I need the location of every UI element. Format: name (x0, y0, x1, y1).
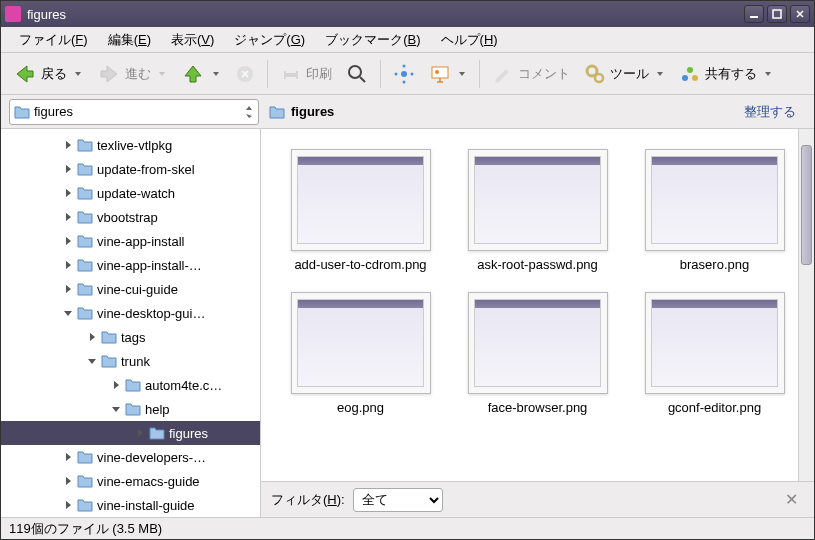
file-item[interactable]: add-user-to-cdrom.png (277, 145, 444, 278)
expander-icon[interactable] (85, 356, 99, 366)
expander-icon[interactable] (61, 164, 75, 174)
spin-up-icon[interactable] (244, 104, 254, 112)
tool-button-1[interactable] (387, 59, 421, 89)
maximize-button[interactable] (767, 5, 787, 23)
sidebar-tree[interactable]: texlive-vtlpkgupdate-from-skelupdate-wat… (1, 129, 261, 517)
tree-item[interactable]: vine-desktop-gui… (1, 301, 260, 325)
tree-item[interactable]: vine-cui-guide (1, 277, 260, 301)
expander-icon[interactable] (61, 452, 75, 462)
svg-point-7 (401, 71, 407, 77)
svg-point-16 (687, 67, 693, 73)
svg-rect-1 (773, 10, 781, 18)
dropdown-icon (157, 69, 167, 79)
tool-menu-button[interactable]: ツール (578, 59, 671, 89)
main-area: texlive-vtlpkgupdate-from-skelupdate-wat… (1, 129, 814, 517)
window-title: figures (27, 7, 741, 22)
back-button[interactable]: 戻る (7, 58, 89, 90)
minimize-button[interactable] (744, 5, 764, 23)
thumbnail (645, 292, 785, 394)
menu-edit[interactable]: 編集(E) (98, 28, 161, 52)
expander-icon[interactable] (61, 140, 75, 150)
tree-item[interactable]: vbootstrap (1, 205, 260, 229)
tree-item[interactable]: vine-developers-… (1, 445, 260, 469)
vertical-scrollbar[interactable] (798, 129, 814, 481)
close-button[interactable] (790, 5, 810, 23)
search-button[interactable] (340, 59, 374, 89)
expander-icon[interactable] (61, 236, 75, 246)
organize-link[interactable]: 整理する (744, 103, 796, 121)
spin-down-icon[interactable] (244, 112, 254, 120)
tree-item-label: vine-developers-… (97, 450, 206, 465)
file-item[interactable]: eog.png (277, 288, 444, 421)
file-item[interactable]: brasero.png (631, 145, 798, 278)
file-name: eog.png (337, 400, 384, 417)
path-field[interactable] (9, 99, 259, 125)
tree-item-label: vine-install-guide (97, 498, 195, 513)
scroll-thumb[interactable] (801, 145, 812, 265)
tree-item-label: update-from-skel (97, 162, 195, 177)
dropdown-icon (763, 69, 773, 79)
file-item[interactable]: face-browser.png (454, 288, 621, 421)
file-name: gconf-editor.png (668, 400, 761, 417)
gear-icon (584, 63, 606, 85)
icon-view[interactable]: add-user-to-cdrom.pngask-root-passwd.png… (261, 129, 814, 481)
tree-item[interactable]: vine-install-guide (1, 493, 260, 517)
expander-icon[interactable] (61, 188, 75, 198)
status-text: 119個のファイル (3.5 MB) (9, 520, 162, 538)
tree-item[interactable]: update-watch (1, 181, 260, 205)
dropdown-icon (655, 69, 665, 79)
expander-icon[interactable] (61, 284, 75, 294)
path-input[interactable] (34, 104, 244, 119)
thumbnail (645, 149, 785, 251)
expander-icon[interactable] (61, 260, 75, 270)
forward-icon (97, 62, 121, 86)
file-item[interactable]: ask-root-passwd.png (454, 145, 621, 278)
tree-item[interactable]: texlive-vtlpkg (1, 133, 260, 157)
menu-help[interactable]: ヘルプ(H) (431, 28, 508, 52)
expander-icon[interactable] (85, 332, 99, 342)
tree-item[interactable]: vine-app-install-… (1, 253, 260, 277)
expander-icon[interactable] (133, 428, 147, 438)
tree-item[interactable]: update-from-skel (1, 157, 260, 181)
forward-button[interactable]: 進む (91, 58, 173, 90)
filter-close-button[interactable]: ✕ (779, 488, 804, 511)
print-icon (280, 63, 302, 85)
menu-file[interactable]: ファイル(F) (9, 28, 98, 52)
tree-item[interactable]: tags (1, 325, 260, 349)
svg-point-8 (403, 64, 406, 67)
tree-item[interactable]: autom4te.c… (1, 373, 260, 397)
expander-icon[interactable] (109, 404, 123, 414)
dropdown-icon (211, 69, 221, 79)
up-button[interactable] (175, 58, 227, 90)
tree-item[interactable]: trunk (1, 349, 260, 373)
dropdown-icon (73, 69, 83, 79)
expander-icon[interactable] (61, 212, 75, 222)
filter-select[interactable]: 全て (353, 488, 443, 512)
print-button[interactable]: 印刷 (274, 59, 338, 89)
file-name: ask-root-passwd.png (477, 257, 598, 274)
tool-button-2[interactable] (423, 59, 473, 89)
filter-bar: フィルタ(H): 全て ✕ (261, 481, 814, 517)
tree-item-label: texlive-vtlpkg (97, 138, 172, 153)
tree-item[interactable]: vine-app-install (1, 229, 260, 253)
expander-icon[interactable] (61, 476, 75, 486)
expander-icon[interactable] (109, 380, 123, 390)
tree-item[interactable]: figures (1, 421, 260, 445)
comment-button[interactable]: コメント (486, 59, 576, 89)
expander-icon[interactable] (61, 500, 75, 510)
share-icon (679, 63, 701, 85)
menu-view[interactable]: 表示(V) (161, 28, 224, 52)
menu-go[interactable]: ジャンプ(G) (224, 28, 315, 52)
back-icon (13, 62, 37, 86)
expander-icon[interactable] (61, 308, 75, 318)
search-icon (346, 63, 368, 85)
content-pane: add-user-to-cdrom.pngask-root-passwd.png… (261, 129, 814, 517)
share-button[interactable]: 共有する (673, 59, 779, 89)
file-item[interactable]: gconf-editor.png (631, 288, 798, 421)
tree-item[interactable]: vine-emacs-guide (1, 469, 260, 493)
tree-item[interactable]: help (1, 397, 260, 421)
stop-button[interactable] (229, 60, 261, 88)
menu-bookmarks[interactable]: ブックマーク(B) (315, 28, 430, 52)
app-icon (5, 6, 21, 22)
tree-item-label: autom4te.c… (145, 378, 222, 393)
